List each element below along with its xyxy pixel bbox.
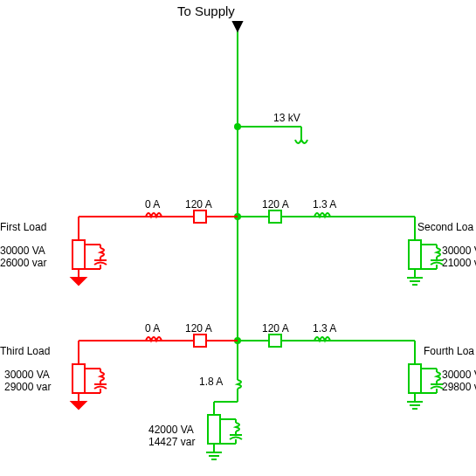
svg-marker-1 — [233, 22, 242, 31]
third-amp1: 0 A — [145, 322, 160, 335]
third-load-var: 29000 var — [4, 381, 51, 393]
svg-rect-63 — [194, 335, 206, 347]
first-load-var: 26000 var — [0, 257, 46, 269]
fourth-load-name: Fourth Loa — [424, 345, 474, 357]
fourth-load-va: 30000 VA — [442, 369, 476, 381]
second-load-va: 30000 VA — [442, 245, 476, 257]
svg-marker-61 — [72, 278, 86, 285]
first-amp1: 0 A — [145, 198, 160, 210]
svg-marker-73 — [72, 402, 86, 409]
third-load-name: Third Load — [0, 345, 50, 357]
svg-rect-8 — [269, 210, 281, 223]
svg-rect-22 — [269, 335, 281, 347]
bottom-amp: 1.8 A — [199, 376, 223, 388]
title-label: To Supply — [177, 3, 235, 18]
first-load-va: 30000 VA — [0, 245, 45, 257]
first-load-name: First Load — [0, 221, 46, 233]
second-amp2: 1.3 A — [313, 198, 336, 210]
third-amp2: 120 A — [185, 322, 212, 335]
bottom-va: 42000 VA — [148, 424, 194, 436]
second-load-name: Second Loa — [417, 221, 473, 233]
second-amp1: 120 A — [262, 198, 289, 210]
svg-rect-39 — [208, 415, 220, 444]
bottom-var: 14427 var — [148, 436, 195, 448]
svg-rect-10 — [409, 240, 421, 269]
svg-rect-24 — [409, 364, 421, 393]
fourth-load-var: 29800 var — [442, 381, 476, 393]
svg-rect-53 — [72, 240, 85, 269]
svg-rect-51 — [194, 210, 206, 223]
svg-rect-65 — [72, 364, 85, 393]
fourth-amp1: 120 A — [262, 322, 289, 335]
circuit-diagram — [0, 0, 476, 476]
second-load-var: 21000 var — [442, 257, 476, 269]
first-amp2: 120 A — [185, 198, 212, 210]
fourth-amp2: 1.3 A — [313, 322, 336, 335]
voltage-label: 13 kV — [273, 112, 300, 124]
third-load-va: 30000 VA — [4, 369, 50, 381]
